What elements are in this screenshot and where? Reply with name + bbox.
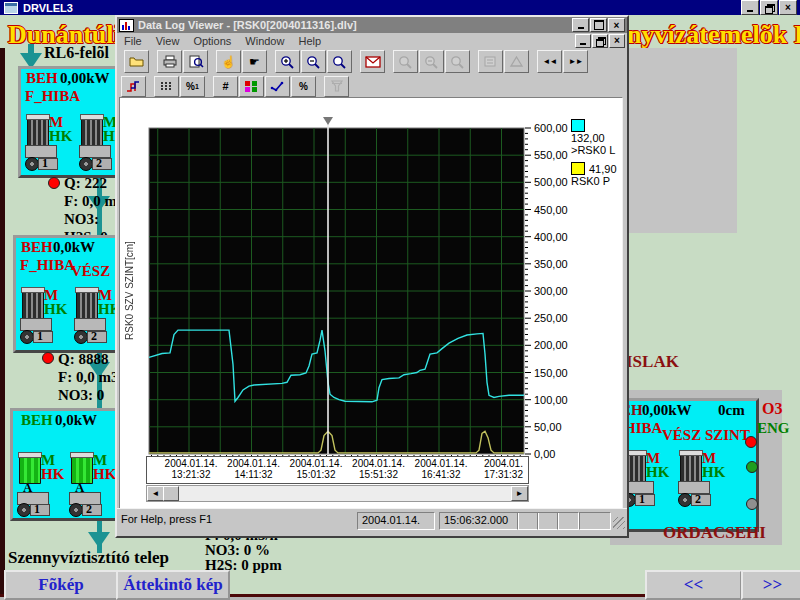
menu-window[interactable]: Window [238, 35, 291, 47]
station-3[interactable]: BEH 0,0kW M HK A 1 M HK A 2 [10, 408, 118, 521]
status-time: 15:06:32.000 [439, 512, 519, 530]
dlv-window-title: Data Log Viewer - [RSK0[2004011316].dlv] [138, 19, 357, 31]
series2-label: RSK0 P [571, 175, 621, 187]
print-preview-icon [188, 55, 204, 68]
zoom-in-button[interactable] [275, 50, 300, 73]
mail-button[interactable] [360, 50, 385, 73]
main-close-button[interactable]: × [779, 0, 797, 15]
pump-flange-icon [30, 504, 50, 516]
station-right-level-value: 0cm [718, 402, 745, 419]
station-1[interactable]: BEH 0,00kW F_HIBA M HK 1 M HK 2 [18, 66, 118, 178]
pump-hk-status: HK [702, 464, 725, 480]
dlv-statusbar: For Help, press F1 2004.01.14. 15:06:32.… [117, 508, 627, 531]
scroll-left-button[interactable]: ◄ [147, 486, 164, 501]
menu-options[interactable]: Options [186, 35, 238, 47]
pump-fan-icon [20, 330, 34, 344]
plot-area[interactable] [149, 128, 532, 462]
status-pane-4 [579, 512, 611, 530]
station-right-vesz-label: VÉSZ SZINT [662, 427, 750, 444]
y-tick-label: 150,00 [534, 367, 580, 379]
menu-help[interactable]: Help [291, 35, 328, 47]
status-pane-3 [557, 512, 579, 530]
station-3-pump-1[interactable]: M HK A 1 [17, 451, 61, 509]
grid-toggle-button[interactable]: # [213, 76, 238, 97]
resize-grip[interactable] [613, 517, 625, 529]
prev-page-button[interactable]: << [645, 570, 742, 600]
status-help-text: For Help, press F1 [121, 513, 212, 525]
doc-close-button[interactable]: × [609, 34, 625, 48]
pump-motor-icon [27, 117, 49, 146]
menu-view[interactable]: View [149, 35, 187, 47]
fast-backward-button[interactable]: ◄◄ [537, 50, 562, 73]
station-2[interactable]: BEH 0,0kW F_HIBA VÉSZ M HK 1 M HK 2 [13, 235, 118, 353]
dlv-close-button[interactable]: × [608, 18, 625, 32]
data-log-viewer-window[interactable]: Data Log Viewer - [RSK0[2004011316].dlv]… [115, 15, 629, 538]
pump-number: 1 [42, 156, 48, 171]
series2-swatch-icon [571, 162, 585, 175]
pump-number: 1 [639, 492, 645, 507]
station-3-pump-2[interactable]: M HK A 2 [69, 451, 113, 509]
color-map-button[interactable] [239, 76, 264, 97]
doc-restore-button[interactable] [592, 34, 608, 48]
next-page-button[interactable]: >> [741, 570, 800, 600]
doc-minimize-button[interactable] [575, 34, 591, 48]
dlv-titlebar[interactable]: Data Log Viewer - [RSK0[2004011316].dlv]… [117, 17, 627, 33]
pump-number: 2 [86, 502, 92, 517]
pump-fan-icon [25, 157, 39, 171]
main-minimize-button[interactable] [741, 0, 759, 15]
pump-fan-icon [79, 157, 93, 171]
x-tick-label: 2004.01.17:31:32 [473, 458, 530, 480]
main-restore-button[interactable] [760, 0, 778, 15]
main-window-title: DRVLEL3 [23, 2, 73, 14]
station-2-pump-1[interactable]: M HK 1 [20, 286, 64, 344]
dlv-toolbar-main: ☝ ☛ ◄◄ ►► [117, 48, 627, 75]
step-chart-button[interactable] [121, 76, 146, 97]
station-1-pump-1[interactable]: M HK 1 [25, 113, 69, 171]
station-2-beh-label: BEH [21, 239, 53, 256]
print-preview-button[interactable] [183, 50, 208, 73]
pipe-arrow-3-icon [88, 532, 110, 548]
percent-scale-button[interactable]: % [291, 76, 316, 97]
percent-values-button[interactable]: %1 [180, 76, 205, 97]
pump-base-icon [74, 318, 106, 331]
menu-file[interactable]: File [117, 35, 149, 47]
open-button[interactable] [124, 50, 149, 73]
attekinto-button-label: Áttekintõ kép [123, 575, 223, 595]
fokep-button[interactable]: Fõkép [4, 570, 118, 600]
alarm-disabled-button [504, 50, 529, 73]
scroll-thumb[interactable] [163, 486, 179, 501]
x-tick-label: 2004.01.14.14:11:32 [223, 458, 285, 480]
station-right-pump-2[interactable]: M HK 2 [678, 449, 722, 507]
pump-base-icon [20, 318, 52, 331]
station-right[interactable]: EH 0,00kW 0cm HIBA VÉSZ SZINT M HK 1 M H… [617, 398, 759, 532]
scroll-right-button[interactable]: ► [511, 486, 528, 501]
next-page-label: >> [763, 575, 782, 595]
dlv-minimize-button[interactable] [572, 18, 589, 32]
pump-hk-status: HK [646, 464, 669, 480]
attekinto-button[interactable]: Áttekintõ kép [116, 570, 230, 600]
series1-value: 132,00 [571, 132, 605, 144]
hand-select-button[interactable]: ☝ [216, 50, 241, 73]
zoom-reset-button[interactable] [327, 50, 352, 73]
plant-label: Szennyvíztisztító telep [8, 548, 169, 568]
pump-flange-icon [33, 331, 53, 343]
station-right-o3-label: O3 [762, 400, 782, 418]
station-2-vesz-label: VÉSZ [71, 263, 110, 280]
station-right-ok-dot [746, 461, 758, 473]
chart-horizontal-scrollbar[interactable]: ◄ ► [146, 485, 529, 502]
trend-points-button[interactable] [265, 76, 290, 97]
dlv-menubar: File View Options Window Help × [117, 33, 627, 49]
cursor-marker-icon[interactable] [323, 117, 333, 125]
station-2-pump-2[interactable]: M HK 2 [74, 286, 118, 344]
app-icon [4, 2, 18, 14]
main-titlebar[interactable]: DRVLEL3 × [0, 0, 800, 15]
dlv-maximize-button[interactable] [590, 18, 607, 32]
y-tick-label: 50,00 [534, 421, 580, 433]
grid-dots-button[interactable] [154, 76, 179, 97]
print-button[interactable] [157, 50, 182, 73]
station-right-eng-label: ENG [757, 420, 790, 437]
chart-client-area: RSK0 SZV SZINT[cm] 600,00550,00500,00450… [119, 97, 623, 510]
zoom-out-button[interactable] [301, 50, 326, 73]
fast-forward-button[interactable]: ►► [563, 50, 588, 73]
hand-move-button[interactable]: ☛ [242, 50, 267, 73]
